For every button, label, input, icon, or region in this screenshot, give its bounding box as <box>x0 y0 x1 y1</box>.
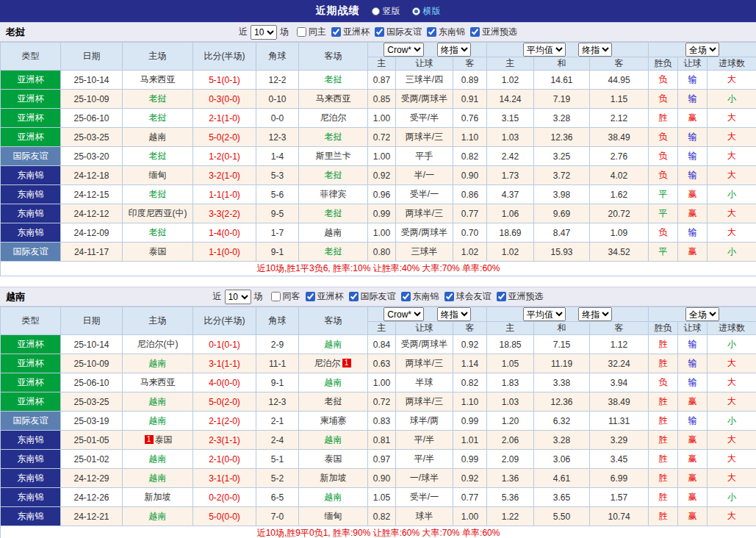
handicap-line: 两球半/三 <box>396 204 453 223</box>
result-wdl: 胜 <box>649 354 678 373</box>
score-halftime: 2-1(1-0) <box>193 109 256 128</box>
filter-checkbox[interactable]: 同客 <box>271 290 300 303</box>
competition-type: 亚洲杯 <box>1 71 61 90</box>
avg-odds-away: 3.45 <box>590 450 649 469</box>
result-goals: 大 <box>708 128 756 147</box>
filter-checkbox[interactable]: 东南锦 <box>401 290 439 303</box>
result-wdl: 平 <box>649 243 678 262</box>
odds-source-select[interactable]: Crow* <box>384 307 424 321</box>
checkbox-input[interactable] <box>427 27 436 37</box>
avg-odds-draw: 9.69 <box>534 204 590 223</box>
checkbox-input[interactable] <box>331 27 341 37</box>
checkbox-input[interactable] <box>470 27 480 37</box>
avg-odds-home: 1.02 <box>487 243 534 262</box>
match-count-select[interactable]: 10 <box>251 25 277 40</box>
corner-count: 2-4 <box>256 431 299 450</box>
filter-checkbox[interactable]: 国际友谊 <box>375 26 422 38</box>
avg-source-select[interactable]: 平均值 <box>523 307 566 321</box>
corner-count: 0-0 <box>256 109 299 128</box>
match-date: 25-03-20 <box>61 147 123 166</box>
avg-odds-draw: 4.61 <box>534 469 590 488</box>
match-date: 25-01-05 <box>61 431 123 450</box>
sub-col-avg-home: 主 <box>487 322 534 335</box>
radio-label-vertical: 竖版 <box>383 5 400 18</box>
match-count-select[interactable]: 10 <box>225 290 251 304</box>
result-goals: 大 <box>708 166 756 185</box>
odds-time-select[interactable]: 终指 <box>437 43 471 57</box>
result-goals: 大 <box>708 204 756 223</box>
home-team: 老挝 <box>123 90 193 109</box>
match-date: 24-11-17 <box>61 243 123 262</box>
competition-type: 亚洲杯 <box>1 335 61 354</box>
match-row: 亚洲杯25-10-09越南3-1(1-1)11-1尼泊尔10.63两球半/三1.… <box>1 354 756 373</box>
checkbox-label: 亚洲杯 <box>343 26 370 38</box>
result-handicap: 赢 <box>678 204 708 223</box>
match-row: 东南锦24-12-09老挝1-4(0-0)1-7越南1.00受两/两球半0.70… <box>1 223 756 243</box>
competition-type: 国际友谊 <box>1 243 61 262</box>
filter-bar: 近 10 场 同主亚洲杯国际友谊东南锦亚洲预选 <box>239 25 517 40</box>
filter-checkbox[interactable]: 同主 <box>297 26 326 38</box>
checkbox-input[interactable] <box>297 27 306 37</box>
avg-source-select[interactable]: 平均值 <box>523 43 566 57</box>
filter-checkbox[interactable]: 东南锦 <box>427 26 465 38</box>
avg-time-select[interactable]: 终指 <box>578 43 612 57</box>
checkbox-input[interactable] <box>401 292 411 301</box>
avg-group-header: 平均值 终指 <box>487 43 649 57</box>
filter-checkbox[interactable]: 亚洲杯 <box>306 290 344 303</box>
checkbox-input[interactable] <box>375 27 384 37</box>
scope-select[interactable]: 全场 <box>685 43 719 57</box>
competition-type: 东南锦 <box>1 185 61 204</box>
away-team: 缅甸 <box>299 507 368 526</box>
avg-odds-away: 2.76 <box>590 147 649 166</box>
checkbox-label: 亚洲杯 <box>317 290 344 303</box>
checkbox-label: 东南锦 <box>413 290 439 303</box>
avg-odds-home: 1.73 <box>487 166 534 185</box>
odds-time-select[interactable]: 终指 <box>437 307 471 321</box>
avg-odds-home: 1.05 <box>487 354 534 373</box>
avg-odds-away: 3.94 <box>590 373 649 392</box>
score-halftime: 0-2(0-0) <box>193 488 256 507</box>
checkbox-input[interactable] <box>497 292 506 301</box>
avg-odds-away: 20.72 <box>590 204 649 223</box>
away-team: 菲律宾 <box>299 185 368 204</box>
filter-checkbox[interactable]: 球会友谊 <box>444 290 492 303</box>
avg-odds-draw: 3.06 <box>534 450 590 469</box>
avg-odds-home: 1.03 <box>487 392 534 412</box>
avg-odds-draw: 3.65 <box>534 488 590 507</box>
odds-source-select[interactable]: Crow* <box>384 43 424 57</box>
layout-radio-vertical[interactable]: 竖版 <box>372 5 400 18</box>
checkbox-input[interactable] <box>271 292 281 301</box>
avg-odds-away: 1.15 <box>590 90 649 109</box>
sub-col-avg-draw: 和 <box>534 322 590 335</box>
checkbox-input[interactable] <box>306 292 315 301</box>
home-team: 越南 <box>123 392 193 412</box>
filter-checkbox[interactable]: 亚洲预选 <box>497 290 544 303</box>
filter-checkbox[interactable]: 国际友谊 <box>349 290 396 303</box>
filter-checkbox[interactable]: 亚洲杯 <box>331 26 370 38</box>
match-row: 国际友谊25-03-19越南2-1(2-0)2-1柬埔寨0.83球半/两0.99… <box>1 412 756 431</box>
score-halftime: 3-2(1-0) <box>193 166 256 185</box>
away-team: 新加坡 <box>299 469 368 488</box>
checkbox-input[interactable] <box>444 292 454 301</box>
match-row: 东南锦24-12-29越南3-1(1-0)5-2新加坡0.90一/球半0.921… <box>1 469 756 488</box>
away-team: 越南 <box>299 431 368 450</box>
avg-time-select[interactable]: 终指 <box>578 307 612 321</box>
avg-odds-away: 10.74 <box>590 507 649 526</box>
competition-type: 东南锦 <box>1 469 61 488</box>
summary-row: 近10场,胜1平3负6, 胜率:10% 让胜率:40% 大率:70% 单率:60… <box>1 262 756 276</box>
result-wdl: 平 <box>649 185 678 204</box>
checkbox-input[interactable] <box>349 292 359 301</box>
score-halftime: 1-4(0-0) <box>193 223 256 243</box>
match-date: 25-06-10 <box>61 373 123 392</box>
match-date: 25-10-14 <box>61 71 123 90</box>
handicap-odds-away: 1.10 <box>453 392 487 412</box>
scope-select[interactable]: 全场 <box>685 307 719 321</box>
filter-checkbox[interactable]: 亚洲预选 <box>470 26 517 38</box>
avg-odds-home: 14.24 <box>487 90 534 109</box>
handicap-odds-away: 0.86 <box>453 185 487 204</box>
layout-radio-horizontal[interactable]: 横版 <box>412 5 441 18</box>
result-wdl: 胜 <box>649 392 678 412</box>
result-group-header: 全场 <box>649 43 756 57</box>
checkbox-label: 同客 <box>283 290 300 303</box>
handicap-odds-home: 1.05 <box>368 488 396 507</box>
